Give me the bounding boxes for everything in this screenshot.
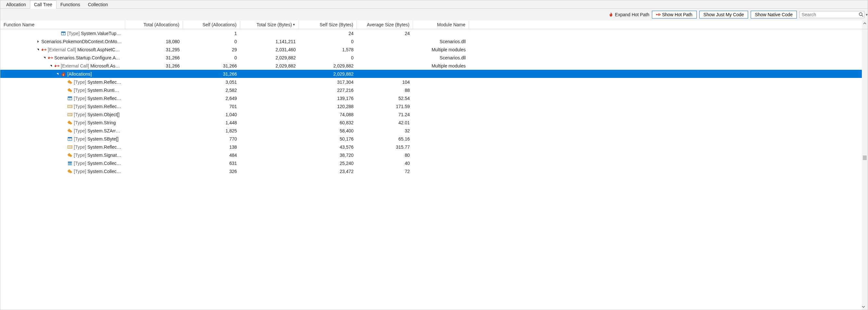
self-allocations-cell: 31,266	[183, 71, 240, 77]
function-name-cell[interactable]: [Type] System.ValueTuple<Syste...	[0, 31, 125, 36]
tree-row[interactable]: [Type] System.Object[]1,04074,08871.24	[0, 110, 862, 118]
total-allocations-cell: 31,266	[125, 55, 183, 60]
function-name-cell[interactable]: Scenarios.PokemonDbContext.OnMod...	[0, 39, 125, 44]
show-native-code-button[interactable]: Show Native Code	[751, 11, 797, 19]
expander-placeholder	[62, 169, 66, 173]
self-size-cell: 0	[299, 39, 357, 44]
tree-row[interactable]: [Type] System.Collections.Ge...32623,472…	[0, 167, 862, 175]
vertical-scrollbar[interactable]	[862, 29, 868, 310]
row-label: [External Call] Microsoft.AspNetC...	[61, 63, 122, 68]
function-name-cell[interactable]: [Type] System.Reflection.Cus...	[0, 96, 125, 101]
chevron-down-icon[interactable]	[36, 48, 40, 51]
svg-rect-14	[68, 97, 72, 98]
self-size-cell: 58,400	[299, 128, 357, 133]
svg-rect-39	[68, 164, 72, 165]
search-icon[interactable]	[859, 12, 864, 17]
tree-row[interactable]: [Type] System.SZArrayEnum...1,82558,4003…	[0, 127, 862, 135]
expand-hot-path-label: Expand Hot Path	[615, 12, 649, 17]
column-module-name[interactable]: Module Name	[413, 21, 469, 29]
self-allocations-cell: 631	[183, 161, 240, 166]
total-size-cell: 2,029,882	[240, 55, 299, 60]
function-name-cell[interactable]: [Type] System.SZArrayEnum...	[0, 128, 125, 133]
function-name-cell[interactable]: [External Call] Microsoft.AspNetCore....	[0, 47, 125, 52]
chevron-down-icon[interactable]	[49, 64, 53, 68]
self-size-cell: 23,472	[299, 169, 357, 174]
tab-allocation[interactable]: Allocation	[2, 0, 30, 8]
tree-row[interactable]: [Type] System.Reflection.Run...701120,28…	[0, 102, 862, 110]
scroll-down-icon[interactable]	[862, 305, 868, 308]
function-name-cell[interactable]: [Type] System.Collections.Ge...	[0, 169, 125, 174]
self-allocations-cell: 0	[183, 55, 240, 60]
row-label: [Type] System.Reflection.Run...	[74, 79, 122, 85]
chevron-right-icon[interactable]	[36, 40, 40, 43]
function-name-cell[interactable]: [External Call] Microsoft.AspNetC...	[0, 63, 125, 68]
tree-row[interactable]: [Allocations]31,2662,029,882	[0, 70, 862, 78]
tree-row[interactable]: [Type] System.Reflection.Me...13843,5763…	[0, 143, 862, 151]
tree-row[interactable]: [External Call] Microsoft.AspNetC...31,2…	[0, 62, 862, 70]
tree-row[interactable]: [Type] System.ValueTuple<Syste...12424	[0, 29, 862, 37]
expander-placeholder	[62, 113, 66, 116]
tree-row[interactable]: [Type] System.SByte[]77050,17665.16	[0, 135, 862, 143]
column-total-size[interactable]: Total Size (Bytes)▼	[240, 21, 299, 29]
scrollbar-thumb[interactable]	[863, 156, 867, 160]
sort-descending-icon: ▼	[292, 23, 296, 26]
self-size-cell: 43,576	[299, 144, 357, 150]
tree-row[interactable]: Scenarios.PokemonDbContext.OnMod...18,08…	[0, 37, 862, 45]
struct-icon	[61, 31, 66, 36]
tab-call-tree[interactable]: Call Tree	[30, 0, 57, 9]
function-name-cell[interactable]: [Type] System.String	[0, 120, 125, 125]
self-size-cell: 227,216	[299, 88, 357, 93]
flame-arrow-icon	[48, 55, 53, 60]
function-name-cell[interactable]: [Type] System.Reflection.Me...	[0, 144, 125, 150]
self-allocations-cell: 701	[183, 104, 240, 109]
tree-row[interactable]: [Type] System.Reflection.Run...3,051317,…	[0, 78, 862, 86]
scroll-up-icon[interactable]	[863, 22, 866, 25]
show-hot-path-button[interactable]: Show Hot Path	[652, 11, 696, 19]
expander-placeholder	[62, 80, 66, 84]
tree-row[interactable]: [External Call] Microsoft.AspNetCore....…	[0, 45, 862, 54]
tab-functions[interactable]: Functions	[57, 0, 84, 8]
average-size-cell: 171.59	[357, 104, 413, 109]
svg-rect-29	[68, 137, 72, 138]
tree-row[interactable]: [Type] System.String1,44860,83242.01	[0, 118, 862, 127]
column-average-size[interactable]: Average Size (Bytes)	[357, 21, 413, 29]
function-name-cell[interactable]: [Allocations]	[0, 71, 125, 77]
tree-row[interactable]: [Type] System.Signature48438,72080	[0, 151, 862, 159]
tab-collection[interactable]: Collection	[84, 0, 112, 8]
row-label: [Type] System.Reflection.Me...	[74, 144, 122, 150]
total-size-cell: 2,031,460	[240, 47, 299, 52]
self-allocations-cell: 29	[183, 47, 240, 52]
search-input[interactable]	[802, 12, 859, 17]
show-native-code-label: Show Native Code	[755, 12, 793, 17]
module-name-cell: Multiple modules	[413, 47, 469, 52]
svg-line-2	[862, 15, 863, 16]
tree-row[interactable]: [Type] System.Collections.Ge...63125,240…	[0, 159, 862, 167]
search-dropdown-icon[interactable]: ▼	[865, 13, 868, 16]
column-self-size[interactable]: Self Size (Bytes)	[299, 21, 357, 29]
self-allocations-cell: 0	[183, 39, 240, 44]
tree-row[interactable]: [Type] System.Reflection.Cus...2,649139,…	[0, 94, 862, 102]
chevron-down-icon[interactable]	[42, 56, 46, 60]
column-self-allocations[interactable]: Self (Allocations)	[183, 21, 240, 29]
search-box[interactable]: ▼	[800, 11, 864, 18]
function-name-cell[interactable]: [Type] System.Reflection.Run...	[0, 79, 125, 85]
function-name-cell[interactable]: [Type] System.Signature	[0, 152, 125, 158]
column-total-allocations[interactable]: Total (Allocations)	[125, 21, 183, 29]
function-name-cell[interactable]: [Type] System.Object[]	[0, 112, 125, 117]
total-allocations-cell: 18,080	[125, 39, 183, 44]
row-label: [Type] System.Reflection.Run...	[74, 104, 122, 109]
tree-row[interactable]: [Type] System.RuntimeMeth...2,582227,216…	[0, 86, 862, 94]
expand-hot-path-link[interactable]: Expand Hot Path	[609, 12, 649, 17]
function-name-cell[interactable]: [Type] System.RuntimeMeth...	[0, 88, 125, 93]
column-function-name[interactable]: Function Name	[0, 21, 125, 29]
chevron-down-icon[interactable]	[56, 72, 59, 76]
function-name-cell[interactable]: [Type] System.SByte[]	[0, 136, 125, 141]
tree-row[interactable]: Scenarios.Startup.Configure.Anony...31,2…	[0, 54, 862, 62]
function-name-cell[interactable]: Scenarios.Startup.Configure.Anony...	[0, 55, 125, 60]
function-name-cell[interactable]: [Type] System.Collections.Ge...	[0, 161, 125, 166]
function-name-cell[interactable]: [Type] System.Reflection.Run...	[0, 104, 125, 109]
expander-placeholder	[62, 161, 66, 165]
show-just-my-code-button[interactable]: Show Just My Code	[699, 11, 748, 19]
row-label: [Type] System.Signature	[74, 152, 122, 158]
average-size-cell: 88	[357, 88, 413, 93]
